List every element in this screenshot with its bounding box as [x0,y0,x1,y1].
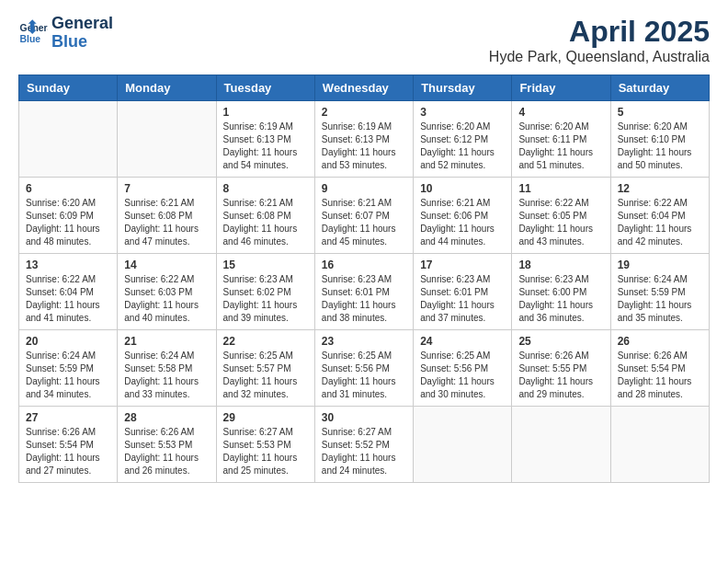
day-info: Sunrise: 6:22 AMSunset: 6:05 PMDaylight:… [518,197,603,248]
day-info: Sunrise: 6:20 AMSunset: 6:11 PMDaylight:… [518,121,603,172]
weekday-header-friday: Friday [512,75,610,101]
day-info: Sunrise: 6:22 AMSunset: 6:03 PMDaylight:… [124,273,209,325]
day-info: Sunrise: 6:20 AMSunset: 6:09 PMDaylight:… [26,197,110,248]
weekday-header-monday: Monday [118,75,216,101]
weekday-header-sunday: Sunday [19,75,118,101]
calendar-cell: 17Sunrise: 6:23 AMSunset: 6:01 PMDayligh… [414,254,512,330]
day-number: 28 [124,411,209,424]
calendar-cell: 5Sunrise: 6:20 AMSunset: 6:10 PMDaylight… [610,101,709,178]
calendar-cell: 1Sunrise: 6:19 AMSunset: 6:13 PMDaylight… [216,101,314,178]
day-info: Sunrise: 6:19 AMSunset: 6:13 PMDaylight:… [322,121,406,172]
day-number: 29 [223,411,308,424]
day-number: 23 [322,335,406,348]
calendar-cell: 29Sunrise: 6:27 AMSunset: 5:53 PMDayligh… [216,407,314,483]
calendar-cell: 10Sunrise: 6:21 AMSunset: 6:06 PMDayligh… [414,178,512,254]
day-number: 26 [618,335,702,348]
logo-line2: Blue [51,33,113,52]
logo-icon: General Blue [18,18,48,48]
calendar-cell: 16Sunrise: 6:23 AMSunset: 6:01 PMDayligh… [314,254,413,330]
day-info: Sunrise: 6:21 AMSunset: 6:07 PMDaylight:… [322,197,406,248]
day-info: Sunrise: 6:24 AMSunset: 5:59 PMDaylight:… [618,273,702,325]
calendar-cell: 11Sunrise: 6:22 AMSunset: 6:05 PMDayligh… [512,178,610,254]
week-row-1: 1Sunrise: 6:19 AMSunset: 6:13 PMDaylight… [19,101,710,178]
calendar-cell: 7Sunrise: 6:21 AMSunset: 6:08 PMDaylight… [118,178,216,254]
day-number: 13 [26,259,110,271]
calendar-cell: 21Sunrise: 6:24 AMSunset: 5:58 PMDayligh… [118,330,216,407]
day-info: Sunrise: 6:19 AMSunset: 6:13 PMDaylight:… [223,121,308,172]
calendar-cell: 2Sunrise: 6:19 AMSunset: 6:13 PMDaylight… [314,101,413,178]
calendar-cell [610,407,709,483]
calendar-cell: 23Sunrise: 6:25 AMSunset: 5:56 PMDayligh… [314,330,413,407]
day-number: 25 [518,335,603,348]
weekday-header-wednesday: Wednesday [314,75,413,101]
day-info: Sunrise: 6:21 AMSunset: 6:06 PMDaylight:… [420,197,505,248]
day-info: Sunrise: 6:25 AMSunset: 5:57 PMDaylight:… [223,350,308,401]
week-row-5: 27Sunrise: 6:26 AMSunset: 5:54 PMDayligh… [19,407,710,483]
day-number: 24 [420,335,505,348]
calendar-cell: 4Sunrise: 6:20 AMSunset: 6:11 PMDaylight… [512,101,610,178]
calendar-cell: 12Sunrise: 6:22 AMSunset: 6:04 PMDayligh… [610,178,709,254]
day-number: 19 [618,259,702,271]
calendar-cell: 14Sunrise: 6:22 AMSunset: 6:03 PMDayligh… [118,254,216,330]
day-info: Sunrise: 6:27 AMSunset: 5:53 PMDaylight:… [223,426,308,477]
location-title: Hyde Park, Queensland, Australia [489,49,710,65]
day-info: Sunrise: 6:26 AMSunset: 5:54 PMDaylight:… [618,350,702,401]
calendar-cell: 24Sunrise: 6:25 AMSunset: 5:56 PMDayligh… [414,330,512,407]
day-info: Sunrise: 6:24 AMSunset: 5:59 PMDaylight:… [26,350,110,401]
day-number: 22 [223,335,308,348]
calendar-cell: 28Sunrise: 6:26 AMSunset: 5:53 PMDayligh… [118,407,216,483]
week-row-4: 20Sunrise: 6:24 AMSunset: 5:59 PMDayligh… [19,330,710,407]
day-info: Sunrise: 6:22 AMSunset: 6:04 PMDaylight:… [26,273,110,325]
day-info: Sunrise: 6:20 AMSunset: 6:12 PMDaylight:… [420,121,505,172]
day-number: 7 [124,182,209,195]
calendar-cell: 15Sunrise: 6:23 AMSunset: 6:02 PMDayligh… [216,254,314,330]
calendar-cell: 6Sunrise: 6:20 AMSunset: 6:09 PMDaylight… [19,178,118,254]
day-info: Sunrise: 6:26 AMSunset: 5:55 PMDaylight:… [518,350,603,401]
day-info: Sunrise: 6:26 AMSunset: 5:53 PMDaylight:… [124,426,209,477]
calendar-cell: 8Sunrise: 6:21 AMSunset: 6:08 PMDaylight… [216,178,314,254]
day-info: Sunrise: 6:26 AMSunset: 5:54 PMDaylight:… [26,426,110,477]
day-number: 20 [26,335,110,348]
calendar-cell: 30Sunrise: 6:27 AMSunset: 5:52 PMDayligh… [314,407,413,483]
day-info: Sunrise: 6:23 AMSunset: 6:00 PMDaylight:… [518,273,603,325]
day-info: Sunrise: 6:23 AMSunset: 6:01 PMDaylight:… [420,273,505,325]
day-info: Sunrise: 6:20 AMSunset: 6:10 PMDaylight:… [618,121,702,172]
day-info: Sunrise: 6:27 AMSunset: 5:52 PMDaylight:… [322,426,406,477]
calendar-table: SundayMondayTuesdayWednesdayThursdayFrid… [18,75,710,483]
day-info: Sunrise: 6:25 AMSunset: 5:56 PMDaylight:… [322,350,406,401]
calendar-cell: 18Sunrise: 6:23 AMSunset: 6:00 PMDayligh… [512,254,610,330]
day-number: 8 [223,182,308,195]
calendar-cell: 27Sunrise: 6:26 AMSunset: 5:54 PMDayligh… [19,407,118,483]
day-info: Sunrise: 6:25 AMSunset: 5:56 PMDaylight:… [420,350,505,401]
title-area: April 2025 Hyde Park, Queensland, Austra… [489,15,710,65]
calendar-cell: 25Sunrise: 6:26 AMSunset: 5:55 PMDayligh… [512,330,610,407]
day-number: 2 [322,106,406,119]
month-title: April 2025 [489,15,710,49]
day-info: Sunrise: 6:24 AMSunset: 5:58 PMDaylight:… [124,350,209,401]
day-number: 9 [322,182,406,195]
week-row-3: 13Sunrise: 6:22 AMSunset: 6:04 PMDayligh… [19,254,710,330]
logo-text: General Blue [51,15,113,52]
day-info: Sunrise: 6:21 AMSunset: 6:08 PMDaylight:… [124,197,209,248]
weekday-header-thursday: Thursday [414,75,512,101]
calendar-cell: 9Sunrise: 6:21 AMSunset: 6:07 PMDaylight… [314,178,413,254]
weekday-header-row: SundayMondayTuesdayWednesdayThursdayFrid… [19,75,710,101]
day-number: 17 [420,259,505,271]
day-number: 27 [26,411,110,424]
day-number: 16 [322,259,406,271]
calendar-cell: 22Sunrise: 6:25 AMSunset: 5:57 PMDayligh… [216,330,314,407]
day-number: 18 [518,259,603,271]
day-number: 5 [618,106,702,119]
logo: General Blue General Blue [18,15,113,52]
day-info: Sunrise: 6:22 AMSunset: 6:04 PMDaylight:… [618,197,702,248]
calendar-cell: 20Sunrise: 6:24 AMSunset: 5:59 PMDayligh… [19,330,118,407]
calendar-cell: 3Sunrise: 6:20 AMSunset: 6:12 PMDaylight… [414,101,512,178]
svg-text:Blue: Blue [20,33,41,43]
day-info: Sunrise: 6:23 AMSunset: 6:01 PMDaylight:… [322,273,406,325]
calendar-cell [118,101,216,178]
day-number: 6 [26,182,110,195]
logo-line1: General [51,15,113,33]
weekday-header-saturday: Saturday [610,75,709,101]
calendar-cell [19,101,118,178]
day-number: 4 [518,106,603,119]
